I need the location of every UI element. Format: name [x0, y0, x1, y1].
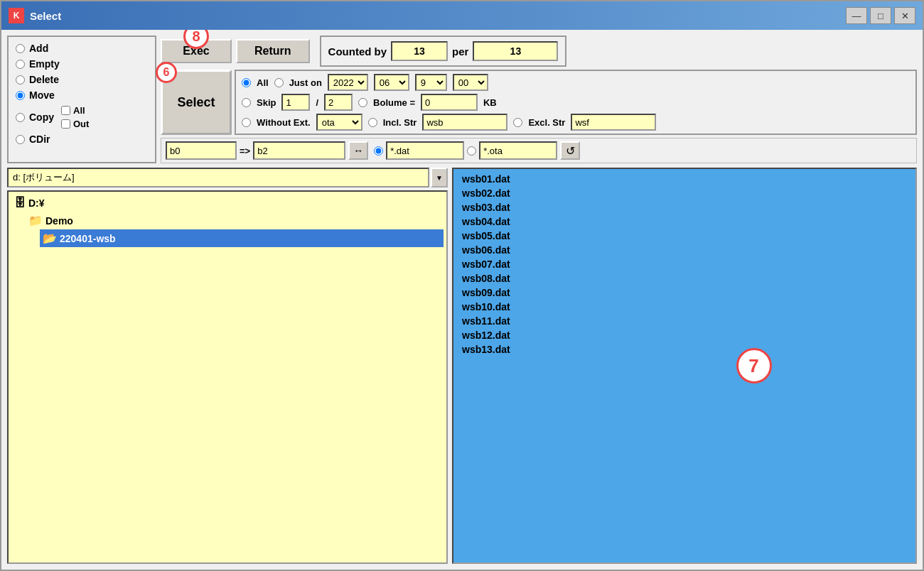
check-all-input[interactable] [61, 106, 70, 115]
top-row: 8 Exec Return Counted by per [161, 36, 917, 67]
filter-time-select[interactable]: 00 [453, 74, 488, 91]
file-item-7[interactable]: wsb07.dat [459, 257, 910, 271]
check-all-item: All [61, 105, 89, 116]
tree-item-selected[interactable]: 📂 220401-wsb [40, 229, 444, 247]
filter-without-select[interactable]: ota [316, 114, 362, 131]
pattern1-input[interactable] [386, 141, 464, 160]
filter-panel: All Just on 2022 06 9 [235, 70, 917, 135]
close-button[interactable]: ✕ [894, 7, 915, 24]
filter-row-2: Skip / Bolume = KB [242, 94, 910, 111]
radio-delete: Delete [16, 74, 148, 85]
app-icon: K [9, 8, 24, 23]
filter-month-select[interactable]: 06 [374, 74, 409, 91]
radio-delete-label: Delete [29, 74, 59, 85]
counted-value1[interactable] [391, 41, 448, 61]
file-item-2[interactable]: wsb02.dat [459, 186, 910, 200]
minimize-button[interactable]: — [846, 7, 867, 24]
radio-move-input[interactable] [16, 91, 25, 100]
filter-excl-val[interactable] [571, 114, 656, 131]
tree-item-d[interactable]: 🗄 D:¥ [11, 195, 444, 212]
left-panel: Add Empty Delete Move Copy [7, 36, 156, 163]
check-out-label: Out [73, 119, 89, 129]
swap-button[interactable]: ↔ [348, 141, 368, 160]
select-button[interactable]: 6 Select [161, 70, 232, 135]
file-item-3[interactable]: wsb03.dat [459, 200, 910, 214]
maximize-button[interactable]: □ [870, 7, 891, 24]
main-window: K Select — □ ✕ Add Empty [0, 0, 924, 571]
third-row: => ↔ ↺ [161, 138, 917, 163]
pattern1-radio[interactable] [374, 146, 383, 156]
bottom-area: ▼ 🗄 D:¥ 📁 Demo 📂 220401-wsb [7, 168, 917, 564]
filter-incl-label: Incl. Str [383, 117, 417, 128]
file-item-6[interactable]: wsb06.dat [459, 243, 910, 257]
per-value2[interactable] [473, 41, 558, 61]
file-item-13[interactable]: wsb13.dat [459, 342, 910, 357]
radio-copy-input[interactable] [16, 113, 25, 122]
file-item-10[interactable]: wsb10.dat [459, 300, 910, 314]
window-body: Add Empty Delete Move Copy [1, 30, 923, 570]
check-out-item: Out [61, 119, 89, 129]
drive-input[interactable] [7, 168, 429, 187]
radio-cdir: CDir [16, 134, 148, 145]
radio-move-label: Move [29, 89, 55, 101]
file-item-4[interactable]: wsb04.dat [459, 214, 910, 229]
radio-empty-label: Empty [29, 58, 60, 70]
filter-excl-radio[interactable] [513, 118, 522, 127]
radio-add-input[interactable] [16, 44, 25, 53]
return-button[interactable]: Return [236, 39, 310, 63]
filter-incl-radio[interactable] [368, 118, 377, 127]
badge-6: 6 [156, 62, 177, 83]
copy-row: Copy All Out [16, 105, 148, 129]
path-from-input[interactable] [166, 141, 237, 160]
filter-skip-val1[interactable] [281, 94, 310, 111]
radio-add-label: Add [29, 43, 48, 54]
tree-item-demo[interactable]: 📁 Demo [26, 212, 444, 229]
filter-incl-val[interactable] [422, 114, 507, 131]
radio-empty-input[interactable] [16, 60, 25, 69]
filter-without-radio[interactable] [242, 118, 251, 127]
check-out-input[interactable] [61, 119, 70, 129]
file-item-12[interactable]: wsb12.dat [459, 328, 910, 342]
file-item-1[interactable]: wsb01.dat [459, 172, 910, 186]
tree-label-demo: Demo [45, 215, 73, 227]
radio-delete-input[interactable] [16, 75, 25, 85]
file-item-5[interactable]: wsb05.dat [459, 229, 910, 243]
filter-row-1: All Just on 2022 06 9 [242, 74, 910, 91]
radio-cdir-label: CDir [29, 134, 50, 145]
pattern2-radio[interactable] [467, 146, 476, 156]
tree-label-selected: 220401-wsb [60, 233, 116, 244]
path-to-input[interactable] [253, 141, 345, 160]
kb-label: KB [483, 97, 497, 108]
refresh-button[interactable]: ↺ [560, 141, 580, 160]
tree-content: 🗄 D:¥ 📁 Demo 📂 220401-wsb [7, 190, 448, 564]
file-item-9[interactable]: wsb09.dat [459, 286, 910, 300]
filter-row-3: Without Ext. ota Incl. Str Excl. Str [242, 114, 910, 131]
tree-panel: ▼ 🗄 D:¥ 📁 Demo 📂 220401-wsb [7, 168, 448, 564]
filter-day-select[interactable]: 9 [415, 74, 447, 91]
filter-bolume-val[interactable] [421, 94, 478, 111]
filter-juston-radio[interactable] [274, 78, 284, 87]
radio-empty: Empty [16, 58, 148, 70]
filter-bolume-label: Bolume = [373, 97, 415, 108]
folder-icon-d: 🗄 [14, 197, 26, 210]
counted-label: Counted by [328, 45, 387, 58]
filter-without-label: Without Ext. [257, 117, 311, 128]
pattern2-input[interactable] [479, 141, 557, 160]
filter-all-radio[interactable] [242, 78, 251, 87]
copy-checks: All Out [61, 105, 89, 129]
filter-skip-val2[interactable] [324, 94, 353, 111]
radio-add: Add [16, 43, 148, 54]
counted-box: Counted by per [320, 36, 567, 67]
file-item-11[interactable]: wsb11.dat [459, 314, 910, 328]
filter-skip-slash: / [316, 97, 318, 108]
radio-cdir-input[interactable] [16, 135, 25, 144]
drive-dropdown[interactable]: ▼ [431, 168, 448, 187]
file-item-8[interactable]: wsb08.dat [459, 271, 910, 286]
filter-year-select[interactable]: 2022 [328, 74, 368, 91]
filter-skip-radio[interactable] [242, 98, 251, 107]
filter-skip-label: Skip [257, 97, 276, 108]
filter-excl-label: Excl. Str [528, 117, 565, 128]
filter-bolume-radio[interactable] [358, 98, 367, 107]
filter-juston-label: Just on [289, 77, 322, 88]
drive-selector: ▼ [7, 168, 448, 187]
